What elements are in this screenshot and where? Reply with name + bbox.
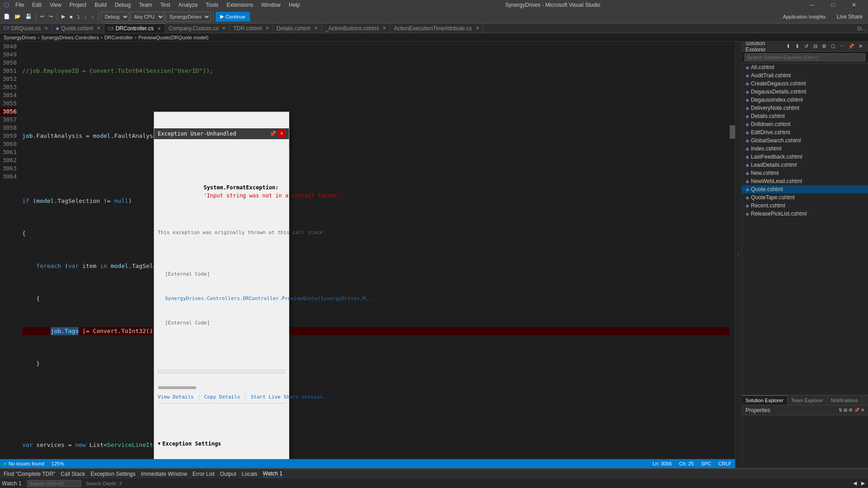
properties-close-icon[interactable]: ✕: [861, 408, 864, 413]
properties-sort-icon[interactable]: ⇅: [839, 408, 842, 413]
tree-item-globalsearch[interactable]: ◈ GlobalSearch.cshtml: [742, 136, 868, 145]
exception-settings-tab-link[interactable]: Exception Settings: [90, 471, 135, 477]
tab-close-companycustom[interactable]: ✕: [222, 26, 226, 31]
undo-button[interactable]: ↩: [38, 12, 46, 22]
maximize-button[interactable]: □: [823, 0, 844, 10]
se-btn-filter[interactable]: ⚙: [820, 42, 828, 51]
properties-group-icon[interactable]: ⊞: [844, 408, 847, 413]
tab-close-actionexecution[interactable]: ✕: [476, 26, 479, 31]
copy-details-link[interactable]: Copy Details: [204, 393, 240, 401]
watch-search-input[interactable]: [27, 480, 81, 487]
tree-item-new[interactable]: ◈ New.cshtml: [742, 169, 868, 177]
continue-button[interactable]: ▶ Continue: [216, 12, 250, 22]
se-btn-1[interactable]: ⬆: [784, 42, 792, 51]
tree-item-audittrail[interactable]: ◈ AuditTrail.cshtml: [742, 71, 868, 80]
properties-pin-icon[interactable]: 📌: [854, 408, 859, 413]
watch1-tab-link[interactable]: Watch 1: [263, 470, 283, 477]
solution-search-input[interactable]: [745, 53, 865, 61]
close-button[interactable]: ✕: [844, 0, 864, 10]
se-btn-close[interactable]: ✕: [856, 42, 864, 51]
start-debug-button[interactable]: ▶: [60, 12, 67, 22]
se-tab-solution-explorer[interactable]: Solution Explorer: [742, 395, 788, 405]
menu-window[interactable]: Window: [258, 1, 284, 9]
view-details-link[interactable]: View Details: [158, 393, 193, 401]
project-dropdown[interactable]: SynergyDrives: [165, 12, 211, 22]
se-tab-notifications[interactable]: Notifications: [827, 395, 862, 405]
tab-close-detailscshtml[interactable]: ✕: [314, 26, 318, 31]
se-btn-pin[interactable]: 📌: [847, 42, 855, 51]
step-over-button[interactable]: ⤵: [75, 12, 82, 22]
call-stack-tab-link[interactable]: Call Stack: [61, 471, 85, 477]
menu-tools[interactable]: Tools: [202, 1, 222, 9]
locals-tab-link[interactable]: Locals: [242, 471, 258, 477]
breadcrumb-synergy[interactable]: SynergyDrives: [4, 35, 36, 40]
tab-tdrcshtml[interactable]: TDR.cshtml ✕: [230, 23, 273, 33]
step-out-button[interactable]: ↑: [90, 12, 96, 22]
open-file-button[interactable]: 📂: [13, 12, 23, 22]
tab-actionbuttons[interactable]: _ActionButtons.cshtml ✕: [322, 23, 391, 33]
tree-item-index[interactable]: ◈ Index.cshtml: [742, 145, 868, 153]
tree-item-drilldown[interactable]: ◈ Drilldown.cshtml: [742, 120, 868, 128]
menu-project[interactable]: Project: [66, 1, 90, 9]
tree-item-quotetape[interactable]: ◈ QuoteTape.cshtml: [742, 193, 868, 202]
output-tab-link[interactable]: Output: [220, 471, 236, 477]
redo-button[interactable]: ↪: [47, 12, 55, 22]
tree-item-leaddetails[interactable]: ◈ LeadDetails.cshtml: [742, 161, 868, 169]
platform-dropdown[interactable]: Any CPU: [130, 12, 165, 22]
tree-item-quote[interactable]: ◈ Quote.cshtml: [742, 185, 868, 193]
se-tab-team-explorer[interactable]: Team Explorer: [788, 395, 827, 405]
breadcrumb-previewquote[interactable]: PreviewQuote(DRQuote model): [138, 35, 208, 40]
insights-button[interactable]: Application Insights: [780, 13, 829, 20]
breadcrumb-drcontroller[interactable]: DRController: [104, 35, 133, 40]
breadcrumb-controllers[interactable]: SynergyDrives.Controllers: [41, 35, 99, 40]
liveshare-button[interactable]: Live Share: [833, 13, 866, 21]
editor-vscroll[interactable]: [730, 42, 735, 459]
collapse-sidebar-button[interactable]: ‹: [735, 42, 741, 468]
tab-close-drquote[interactable]: ✕: [44, 26, 48, 31]
menu-edit[interactable]: Edit: [28, 1, 45, 9]
tab-quotecshtml[interactable]: ◆ Quote.cshtml ✕: [52, 23, 104, 33]
tree-item-details[interactable]: ◈ Details.cshtml: [742, 112, 868, 120]
menu-test[interactable]: Test: [157, 1, 174, 9]
start-live-share-link[interactable]: Start Live Share session...: [250, 393, 331, 401]
watch-nav-forward[interactable]: ▶: [860, 480, 866, 486]
menu-file[interactable]: File: [12, 1, 28, 9]
tree-item-degaussindex[interactable]: ◈ DegaussIndex.cshtml: [742, 96, 868, 104]
tab-detailscshtml[interactable]: Details.cshtml ✕: [273, 23, 322, 33]
se-btn-liveshare[interactable]: ⬡: [829, 42, 837, 51]
tree-item-newweblead[interactable]: ◈ NewWebLead.cshtml: [742, 177, 868, 185]
se-btn-collapse-all[interactable]: ⊟: [811, 42, 819, 51]
watch-nav-back[interactable]: ◀: [852, 480, 858, 486]
step-into-button[interactable]: ↓: [83, 12, 89, 22]
config-dropdown[interactable]: Debug: [101, 12, 129, 22]
dialog-pin-icon[interactable]: 📌: [269, 130, 276, 138]
se-btn-2[interactable]: ⬇: [793, 42, 801, 51]
stop-debug-button[interactable]: ■: [68, 12, 75, 22]
menu-build[interactable]: Build: [91, 1, 110, 9]
tab-companycustom[interactable]: Company.Custom.cs ✕: [165, 23, 230, 33]
diff-button[interactable]: Di...: [857, 26, 866, 31]
se-btn-settings[interactable]: ⋯: [838, 42, 846, 51]
tree-item-releasepicklist[interactable]: ◈ ReleasePickList.cshtml: [742, 210, 868, 218]
find-complete-tdr[interactable]: Find "Complete TDR": [4, 471, 55, 477]
tab-close-quotecshtml[interactable]: ✕: [97, 26, 100, 31]
menu-view[interactable]: View: [46, 1, 65, 9]
tree-item-editdrive[interactable]: ◈ EditDrive.cshtml: [742, 128, 868, 136]
tab-close-tdrcshtml[interactable]: ✕: [265, 26, 269, 31]
tree-item-lastfeedback[interactable]: ◈ LastFeedback.cshtml: [742, 153, 868, 161]
menu-analyze[interactable]: Analyze: [175, 1, 202, 9]
menu-team[interactable]: Team: [135, 1, 156, 9]
tree-item-deliverynote[interactable]: ◈ DeliveryNote.cshtml: [742, 104, 868, 112]
error-list-tab-link[interactable]: Error List: [193, 471, 215, 477]
menu-debug[interactable]: Debug: [111, 1, 134, 9]
menu-extensions[interactable]: Extensions: [223, 1, 257, 9]
tree-item-allcshtml[interactable]: ◈ All.cshtml: [742, 63, 868, 71]
stack-item-1[interactable]: SynergyDrives.Controllers.DRController.P…: [158, 295, 285, 303]
minimize-button[interactable]: ─: [802, 0, 823, 10]
tree-item-recent[interactable]: ◈ Recent.cshtml: [742, 202, 868, 210]
tab-drquote[interactable]: C# DRQuote.cs ✕: [0, 23, 52, 33]
immediate-window-tab-link[interactable]: Immediate Window: [141, 471, 187, 477]
properties-props-icon[interactable]: ⚙: [849, 408, 853, 413]
tree-item-degaussdetails[interactable]: ◈ DegaussDetails.cshtml: [742, 88, 868, 96]
tab-close-drcontroller[interactable]: ✕: [157, 26, 161, 31]
